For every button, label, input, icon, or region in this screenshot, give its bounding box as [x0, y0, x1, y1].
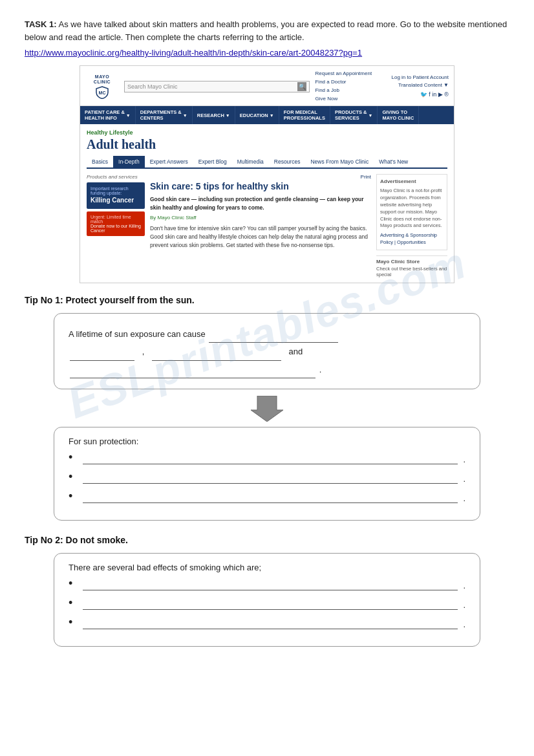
task-description: As we have talked about skin matters and…	[25, 19, 507, 42]
tip2-bullet-3: • .	[69, 616, 465, 629]
mayo-urgent-label: Urgent: Limited time match	[91, 215, 141, 224]
mayo-ad-title: Advertisement	[380, 178, 443, 186]
mayo-sidebar-title: Killing Cancer	[91, 197, 141, 204]
tab-news[interactable]: News From Mayo Clinic	[305, 156, 374, 167]
mayo-article-title: Skin care: 5 tips for healthy skin	[150, 181, 371, 191]
tip1-bullet-2: • .	[69, 471, 465, 484]
tab-resources[interactable]: Resources	[269, 156, 306, 167]
mayo-search-button[interactable]: 🔍	[297, 82, 306, 91]
mayo-logo-top: MAYOCLINIC	[94, 74, 111, 84]
mayo-shield-icon: MC	[95, 86, 109, 99]
nav-departments[interactable]: DEPARTMENTS &CENTERS ▼	[136, 106, 193, 124]
tip1-fill-text: A lifetime of sun exposure can cause	[69, 325, 465, 343]
nav-patient-care[interactable]: PATIENT CARE &HEALTH INFO ▼	[80, 106, 136, 124]
mayo-urgent-box: Urgent: Limited time match Donate now to…	[87, 211, 145, 236]
svg-marker-1	[251, 396, 283, 422]
arrow-down	[25, 396, 509, 422]
mayo-article-area: Print Skin care: 5 tips for healthy skin…	[150, 174, 371, 277]
tip2-bullet-line-1	[83, 590, 458, 590]
mayo-store-body: Check out these best-sellers and special	[376, 266, 447, 277]
mayo-search-placeholder: Search Mayo Clinic	[127, 83, 295, 90]
mayo-store-title: Mayo Clinic Store	[376, 259, 447, 265]
tip2-title: Tip No 2: Do not smoke.	[25, 535, 509, 545]
down-arrow-icon	[251, 396, 283, 422]
tab-whats-new[interactable]: What's New	[374, 156, 413, 167]
mayo-search-bar[interactable]: Search Mayo Clinic 🔍	[124, 81, 310, 92]
tip2-bullet-dot-2: •	[69, 597, 78, 610]
nav-research[interactable]: RESEARCH ▼	[193, 106, 235, 124]
tip2-bullet-line-2	[83, 609, 458, 610]
nav-education[interactable]: EDUCATION ▼	[235, 106, 279, 124]
mayo-right-links: Request an AppointmentFind a DoctorFind …	[315, 70, 386, 103]
period-1: .	[319, 365, 322, 374]
tab-expert-blog[interactable]: Expert Blog	[193, 156, 232, 167]
bullet-dot-1: •	[69, 451, 78, 464]
task-header: TASK 1: As we have talked about skin mat…	[25, 18, 509, 44]
mayo-ad-policy: Advertising & Sponsorship Policy | Oppor…	[380, 232, 443, 246]
tip2-bullet-period-1: .	[463, 581, 465, 590]
bullet-line-1	[83, 464, 458, 464]
mayo-store-box: Mayo Clinic Store Check out these best-s…	[376, 255, 447, 277]
tab-expert-answers[interactable]: Expert Answers	[145, 156, 193, 167]
tip2-bullet-1: • .	[69, 578, 465, 590]
nav-products[interactable]: PRODUCTS &SERVICES ▼	[330, 106, 378, 124]
tip2-bullet-dot-1: •	[69, 578, 78, 590]
nav-giving[interactable]: GIVING TOMAYO CLINIC	[378, 106, 419, 124]
mayo-header: MAYOCLINIC MC Search Mayo Clinic 🔍 Reque…	[80, 66, 454, 106]
bullet-line-3	[83, 502, 458, 503]
bullet-line-2	[83, 483, 458, 484]
mayo-nav: PATIENT CARE &HEALTH INFO ▼ DEPARTMENTS …	[80, 106, 454, 124]
tip1-sun-protection-label: For sun protection:	[69, 437, 465, 446]
mayo-sidebar-tag: Important research funding update:	[91, 186, 141, 195]
tip2-bullet-line-3	[83, 629, 458, 629]
svg-text:MC: MC	[99, 91, 106, 95]
task-link[interactable]: http://www.mayoclinic.org/healthy-living…	[25, 48, 509, 58]
mayo-three-col: Products and services Important research…	[87, 174, 447, 277]
mayo-account-links: Log in to Patient AccountTranslated Cont…	[391, 74, 449, 100]
tip1-fillbox2: For sun protection: • . • . • .	[54, 427, 480, 521]
mayo-donate-label: Donate now to our Killing Cancer	[91, 224, 141, 233]
nav-professionals[interactable]: FOR MEDICALPROFESSIONALS	[279, 106, 330, 124]
mayo-adult-health: Adult health	[87, 137, 447, 152]
mayo-screenshot: MAYOCLINIC MC Search Mayo Clinic 🔍 Reque…	[80, 65, 454, 283]
mayo-logo: MAYOCLINIC MC	[85, 74, 119, 98]
mayo-ad-body: Mayo Clinic is a not-for-profit organiza…	[380, 188, 443, 230]
box1-text-start: A lifetime of sun exposure can cause	[69, 329, 206, 339]
tab-indepth[interactable]: In-Depth	[113, 156, 145, 167]
mayo-tabs: Basics In-Depth Expert Answers Expert Bl…	[87, 156, 447, 169]
tip1-title: Tip No 1: Protect yourself from the sun.	[25, 295, 509, 305]
bullet-dot-2: •	[69, 471, 78, 484]
mayo-article-intro: Good skin care — including sun protectio…	[150, 195, 371, 211]
bullet-period-2: .	[463, 474, 465, 484]
mayo-byline: By Mayo Clinic Staff	[150, 215, 371, 221]
bullet-period-1: .	[463, 455, 465, 464]
tip1-bullet-1: • .	[69, 451, 465, 464]
mayo-healthy-lifestyle: Healthy Lifestyle	[87, 129, 447, 136]
fill-line-4	[70, 378, 315, 378]
tab-multimedia[interactable]: Multimedia	[232, 156, 269, 167]
tip1-bullet-3: • .	[69, 490, 465, 503]
tip1-fillbox1: A lifetime of sun exposure can cause , a…	[54, 313, 480, 389]
mayo-article-body: Don't have time for intensive skin care?…	[150, 224, 371, 249]
tip2-smoking-label: There are several bad effects of smoking…	[69, 563, 465, 572]
mayo-ad-box: Advertisement Mayo Clinic is a not-for-p…	[376, 174, 447, 250]
tip2-bullet-period-2: .	[463, 600, 465, 610]
tip2-bullet-2: • .	[69, 597, 465, 610]
mayo-print-link[interactable]: Print	[361, 174, 371, 180]
tip1-fill-text-row2: , and	[69, 343, 465, 360]
comma-sep: ,	[142, 347, 145, 356]
task-label: TASK 1:	[25, 19, 57, 29]
mayo-right-sidebar: Advertisement Mayo Clinic is a not-for-p…	[376, 174, 447, 277]
bullet-period-3: .	[463, 493, 465, 503]
mayo-left-sidebar: Products and services Important research…	[87, 174, 145, 277]
and-word: and	[289, 347, 303, 356]
mayo-products-label: Products and services	[87, 174, 145, 180]
mayo-content: Healthy Lifestyle Adult health Basics In…	[80, 124, 454, 283]
tip2-fillbox: There are several bad effects of smoking…	[54, 553, 480, 647]
tip2-bullet-period-3: .	[463, 620, 465, 629]
tip1-fill-text-row3: .	[69, 361, 465, 378]
bullet-dot-3: •	[69, 490, 78, 503]
tip2-bullet-dot-3: •	[69, 616, 78, 629]
tab-basics[interactable]: Basics	[87, 156, 113, 167]
mayo-killing-cancer-box: Important research funding update: Killi…	[87, 182, 145, 209]
